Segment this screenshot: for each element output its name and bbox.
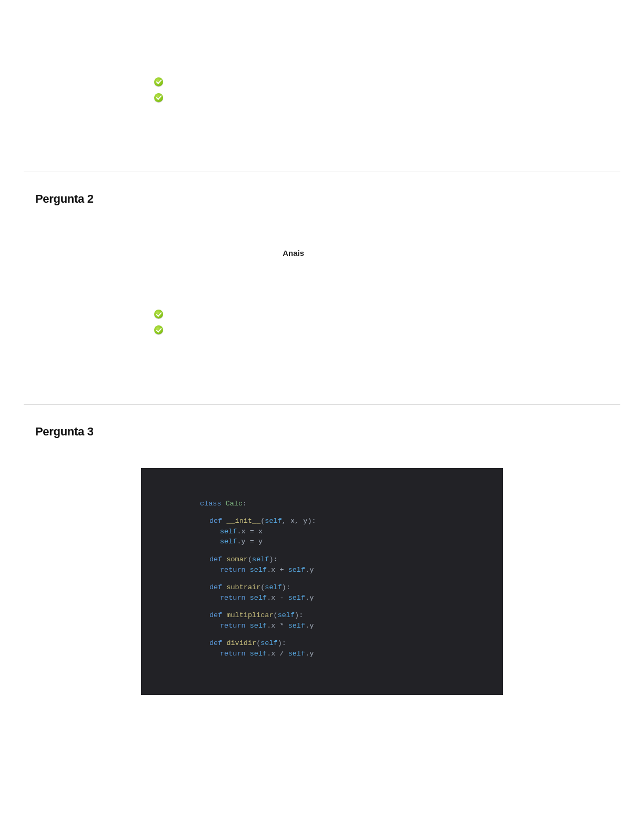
question-block-1-tail: [24, 0, 620, 172]
answer-row: [148, 338, 609, 354]
answer-row: [148, 42, 609, 58]
code-kw-def: def: [209, 517, 222, 525]
answer-row: [148, 322, 609, 338]
code-fn-multiplicar: multiplicar: [226, 611, 273, 619]
question-block-2: Pergunta 2 Anais: [24, 172, 620, 404]
question-body-q3: [24, 443, 620, 453]
resposta-section-q1: [24, 126, 620, 145]
answer-row: [148, 291, 609, 306]
answer-list-q2: [24, 272, 620, 359]
check-icon: [154, 77, 163, 86]
question-heading: Pergunta 2: [24, 183, 620, 210]
question-heading: Pergunta 3: [24, 415, 620, 443]
answer-row: [148, 74, 609, 90]
code-kw-class: class: [200, 500, 222, 508]
code-fn-somar: somar: [226, 555, 248, 563]
answer-list-q1: [24, 11, 620, 126]
check-icon: [154, 325, 163, 334]
resposta-section-q2: [24, 359, 620, 378]
code-fn-init: __init__: [226, 517, 260, 525]
question-body-q2: Anais: [24, 210, 620, 272]
code-fn-subtrair: subtrair: [226, 583, 260, 591]
ref-proceedings: Anais: [283, 249, 304, 257]
check-icon: [154, 310, 163, 319]
answer-row: [148, 275, 609, 291]
answer-row: [148, 105, 609, 121]
code-figure: class Calc: def __init__(self, x, y): se…: [141, 468, 503, 695]
answer-row: [148, 90, 609, 105]
check-icon: [154, 93, 163, 102]
code-fn-dividir: dividir: [226, 639, 256, 647]
question-block-3: Pergunta 3 class Calc: def __init__(self…: [24, 405, 620, 716]
code-self: self: [265, 517, 281, 525]
question-reference: Anais: [35, 226, 609, 260]
answer-row: [148, 306, 609, 322]
answer-row: [148, 58, 609, 74]
code-classname: Calc: [226, 500, 243, 508]
